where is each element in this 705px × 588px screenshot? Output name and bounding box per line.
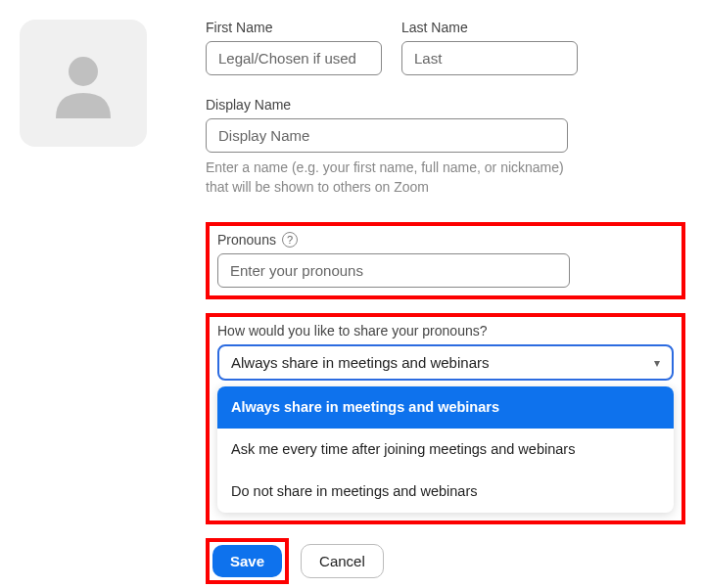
last-name-input[interactable] <box>401 41 578 75</box>
display-name-input[interactable] <box>206 118 568 153</box>
first-name-label: First Name <box>206 20 382 35</box>
display-name-label: Display Name <box>206 97 685 113</box>
save-highlight: Save <box>206 538 289 584</box>
help-icon[interactable]: ? <box>282 232 298 248</box>
save-button[interactable]: Save <box>212 545 282 577</box>
share-option[interactable]: Do not share in meetings and webinars <box>217 471 674 513</box>
pronouns-highlight: Pronouns ? <box>206 222 685 299</box>
share-option[interactable]: Ask me every time after joining meetings… <box>217 429 674 471</box>
share-pronouns-select[interactable]: Always share in meetings and webinars ▾ <box>217 344 674 381</box>
avatar[interactable] <box>20 20 147 147</box>
first-name-input[interactable] <box>206 41 382 75</box>
display-name-helper: Enter a name (e.g. your first name, full… <box>206 158 568 197</box>
chevron-down-icon: ▾ <box>654 356 660 370</box>
cancel-button[interactable]: Cancel <box>301 544 384 578</box>
last-name-label: Last Name <box>401 20 578 35</box>
share-pronouns-dropdown: Always share in meetings and webinars As… <box>217 386 674 513</box>
share-selected-value: Always share in meetings and webinars <box>231 354 489 371</box>
pronouns-label: Pronouns <box>217 232 276 248</box>
pronouns-input[interactable] <box>217 253 570 288</box>
share-option[interactable]: Always share in meetings and webinars <box>217 386 674 429</box>
person-icon <box>44 44 122 122</box>
svg-point-0 <box>69 57 98 86</box>
share-pronouns-highlight: How would you like to share your pronoun… <box>206 313 685 524</box>
share-question-label: How would you like to share your pronoun… <box>217 323 674 339</box>
